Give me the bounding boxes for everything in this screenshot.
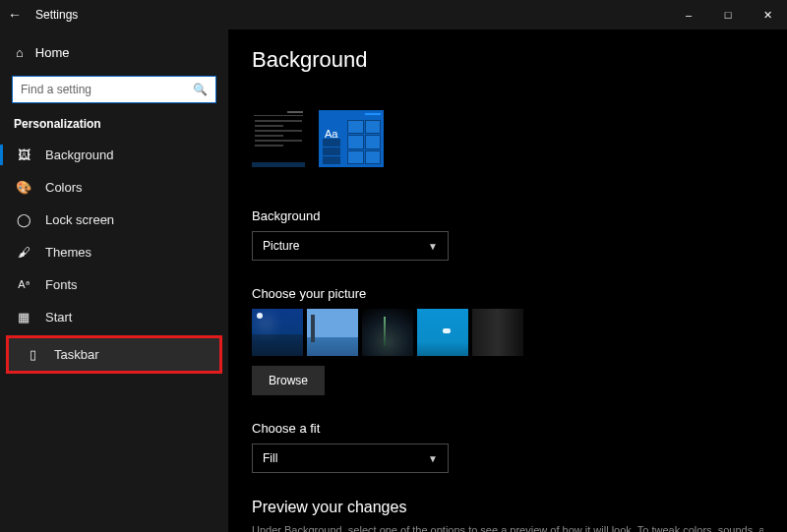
picture-icon: 🖼 (16, 148, 31, 162)
minimize-button[interactable]: – (669, 0, 708, 30)
fit-dropdown-value: Fill (263, 451, 277, 465)
preview-row: Aa (252, 110, 763, 167)
sidebar-item-label: Colors (45, 180, 83, 195)
home-nav[interactable]: ⌂ Home (0, 39, 228, 72)
desktop-preview-mini (252, 110, 305, 167)
chevron-down-icon: ▼ (428, 453, 438, 464)
sidebar-item-label: Background (45, 148, 113, 162)
browse-button[interactable]: Browse (252, 366, 325, 395)
search-icon: 🔍 (193, 83, 208, 96)
start-preview-mini: Aa (319, 110, 384, 167)
page-title: Background (252, 47, 763, 73)
sidebar-item-label: Fonts (45, 277, 78, 292)
sidebar-item-label: Start (45, 310, 72, 325)
sidebar-item-taskbar[interactable]: ▯ Taskbar (9, 338, 219, 371)
home-label: Home (35, 45, 70, 60)
sidebar: ⌂ Home 🔍 Personalization 🖼 Background 🎨 … (0, 30, 228, 532)
picture-thumb[interactable] (307, 309, 358, 356)
taskbar-highlight: ▯ Taskbar (6, 335, 222, 374)
app-body: ⌂ Home 🔍 Personalization 🖼 Background 🎨 … (0, 30, 787, 532)
sidebar-item-fonts[interactable]: Aᵃ Fonts (0, 268, 228, 301)
window-title: Settings (35, 8, 78, 22)
fit-dropdown[interactable]: Fill ▼ (252, 443, 449, 473)
sidebar-item-themes[interactable]: 🖌 Themes (0, 236, 228, 268)
titlebar-left: ← Settings (8, 7, 78, 23)
sidebar-item-background[interactable]: 🖼 Background (0, 139, 228, 171)
fonts-icon: Aᵃ (16, 278, 31, 291)
back-icon[interactable]: ← (8, 7, 22, 23)
sidebar-item-label: Taskbar (54, 347, 99, 362)
start-icon: ▦ (16, 310, 31, 325)
sidebar-item-start[interactable]: ▦ Start (0, 301, 228, 333)
picture-thumb[interactable] (362, 309, 413, 356)
settings-window: ← Settings – □ ✕ ⌂ Home 🔍 Personalizatio… (0, 0, 787, 532)
taskbar-icon: ▯ (25, 347, 40, 362)
close-button[interactable]: ✕ (748, 0, 787, 30)
preview-changes-title: Preview your changes (252, 499, 763, 516)
picture-thumb[interactable] (252, 309, 303, 356)
sidebar-item-label: Lock screen (45, 212, 114, 227)
palette-icon: 🎨 (16, 180, 31, 195)
background-dropdown-value: Picture (263, 239, 299, 253)
sidebar-item-colors[interactable]: 🎨 Colors (0, 171, 228, 204)
browse-label: Browse (269, 374, 308, 387)
sidebar-item-label: Themes (45, 245, 91, 260)
maximize-button[interactable]: □ (708, 0, 748, 30)
window-controls: – □ ✕ (669, 0, 787, 30)
search-input[interactable] (21, 83, 193, 96)
choose-picture-label: Choose your picture (252, 286, 763, 301)
themes-icon: 🖌 (16, 245, 31, 260)
preview-changes-text: Under Background, select one of the opti… (252, 524, 763, 532)
choose-fit-label: Choose a fit (252, 421, 763, 436)
section-title: Personalization (0, 117, 228, 139)
picture-thumb[interactable] (472, 309, 523, 356)
sidebar-item-lockscreen[interactable]: ◯ Lock screen (0, 204, 228, 236)
titlebar: ← Settings – □ ✕ (0, 0, 787, 30)
home-icon: ⌂ (16, 45, 24, 60)
picture-thumbnails (252, 309, 763, 356)
search-box[interactable]: 🔍 (12, 76, 216, 103)
background-dropdown[interactable]: Picture ▼ (252, 231, 449, 261)
chevron-down-icon: ▼ (428, 241, 438, 252)
lock-icon: ◯ (16, 212, 31, 227)
background-label: Background (252, 208, 763, 223)
main-content: Background Aa (228, 30, 787, 532)
picture-thumb[interactable] (417, 309, 468, 356)
